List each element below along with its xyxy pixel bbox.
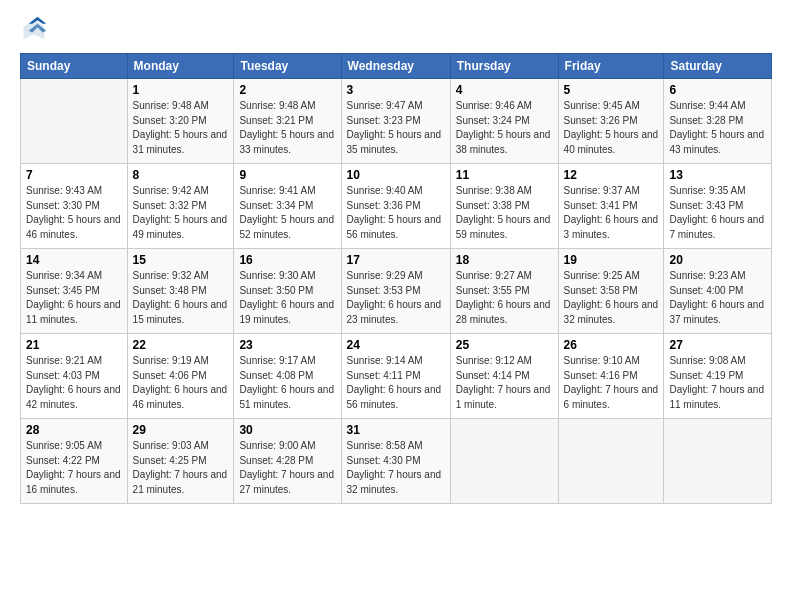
calendar-cell: 8Sunrise: 9:42 AMSunset: 3:32 PMDaylight… [127,164,234,249]
calendar-cell: 22Sunrise: 9:19 AMSunset: 4:06 PMDayligh… [127,334,234,419]
calendar-cell: 9Sunrise: 9:41 AMSunset: 3:34 PMDaylight… [234,164,341,249]
calendar-cell: 5Sunrise: 9:45 AMSunset: 3:26 PMDaylight… [558,79,664,164]
day-number: 19 [564,253,659,267]
day-info: Sunrise: 9:37 AMSunset: 3:41 PMDaylight:… [564,184,659,242]
calendar-cell: 20Sunrise: 9:23 AMSunset: 4:00 PMDayligh… [664,249,772,334]
header-friday: Friday [558,54,664,79]
day-number: 31 [347,423,445,437]
day-info: Sunrise: 9:23 AMSunset: 4:00 PMDaylight:… [669,269,766,327]
day-info: Sunrise: 9:08 AMSunset: 4:19 PMDaylight:… [669,354,766,412]
day-number: 26 [564,338,659,352]
calendar-table: SundayMondayTuesdayWednesdayThursdayFrid… [20,53,772,504]
calendar-cell [450,419,558,504]
logo-icon [20,15,48,43]
calendar-cell: 12Sunrise: 9:37 AMSunset: 3:41 PMDayligh… [558,164,664,249]
header-tuesday: Tuesday [234,54,341,79]
page-header [20,15,772,43]
calendar-cell: 17Sunrise: 9:29 AMSunset: 3:53 PMDayligh… [341,249,450,334]
day-info: Sunrise: 9:19 AMSunset: 4:06 PMDaylight:… [133,354,229,412]
day-number: 16 [239,253,335,267]
day-number: 21 [26,338,122,352]
header-thursday: Thursday [450,54,558,79]
day-number: 12 [564,168,659,182]
day-info: Sunrise: 9:48 AMSunset: 3:20 PMDaylight:… [133,99,229,157]
day-number: 25 [456,338,553,352]
day-number: 2 [239,83,335,97]
day-number: 6 [669,83,766,97]
calendar-cell: 10Sunrise: 9:40 AMSunset: 3:36 PMDayligh… [341,164,450,249]
day-number: 7 [26,168,122,182]
day-info: Sunrise: 9:00 AMSunset: 4:28 PMDaylight:… [239,439,335,497]
day-number: 17 [347,253,445,267]
day-number: 20 [669,253,766,267]
day-info: Sunrise: 9:12 AMSunset: 4:14 PMDaylight:… [456,354,553,412]
day-number: 10 [347,168,445,182]
calendar-cell [21,79,128,164]
calendar-cell: 1Sunrise: 9:48 AMSunset: 3:20 PMDaylight… [127,79,234,164]
day-info: Sunrise: 9:48 AMSunset: 3:21 PMDaylight:… [239,99,335,157]
day-number: 5 [564,83,659,97]
day-info: Sunrise: 9:25 AMSunset: 3:58 PMDaylight:… [564,269,659,327]
day-info: Sunrise: 9:35 AMSunset: 3:43 PMDaylight:… [669,184,766,242]
week-row-3: 21Sunrise: 9:21 AMSunset: 4:03 PMDayligh… [21,334,772,419]
calendar-cell: 25Sunrise: 9:12 AMSunset: 4:14 PMDayligh… [450,334,558,419]
calendar-cell: 27Sunrise: 9:08 AMSunset: 4:19 PMDayligh… [664,334,772,419]
header-wednesday: Wednesday [341,54,450,79]
day-info: Sunrise: 9:32 AMSunset: 3:48 PMDaylight:… [133,269,229,327]
calendar-cell: 16Sunrise: 9:30 AMSunset: 3:50 PMDayligh… [234,249,341,334]
day-info: Sunrise: 9:27 AMSunset: 3:55 PMDaylight:… [456,269,553,327]
calendar-cell: 14Sunrise: 9:34 AMSunset: 3:45 PMDayligh… [21,249,128,334]
header-sunday: Sunday [21,54,128,79]
day-info: Sunrise: 9:29 AMSunset: 3:53 PMDaylight:… [347,269,445,327]
calendar-cell: 6Sunrise: 9:44 AMSunset: 3:28 PMDaylight… [664,79,772,164]
calendar-cell: 19Sunrise: 9:25 AMSunset: 3:58 PMDayligh… [558,249,664,334]
calendar-cell [664,419,772,504]
day-info: Sunrise: 9:42 AMSunset: 3:32 PMDaylight:… [133,184,229,242]
calendar-cell: 23Sunrise: 9:17 AMSunset: 4:08 PMDayligh… [234,334,341,419]
week-row-1: 7Sunrise: 9:43 AMSunset: 3:30 PMDaylight… [21,164,772,249]
calendar-cell: 26Sunrise: 9:10 AMSunset: 4:16 PMDayligh… [558,334,664,419]
calendar-cell: 21Sunrise: 9:21 AMSunset: 4:03 PMDayligh… [21,334,128,419]
week-row-4: 28Sunrise: 9:05 AMSunset: 4:22 PMDayligh… [21,419,772,504]
header-monday: Monday [127,54,234,79]
calendar-cell: 7Sunrise: 9:43 AMSunset: 3:30 PMDaylight… [21,164,128,249]
calendar-cell: 30Sunrise: 9:00 AMSunset: 4:28 PMDayligh… [234,419,341,504]
day-number: 18 [456,253,553,267]
day-number: 30 [239,423,335,437]
day-info: Sunrise: 9:21 AMSunset: 4:03 PMDaylight:… [26,354,122,412]
day-number: 11 [456,168,553,182]
day-number: 1 [133,83,229,97]
day-info: Sunrise: 9:38 AMSunset: 3:38 PMDaylight:… [456,184,553,242]
day-info: Sunrise: 9:43 AMSunset: 3:30 PMDaylight:… [26,184,122,242]
day-number: 14 [26,253,122,267]
day-number: 13 [669,168,766,182]
calendar-cell: 18Sunrise: 9:27 AMSunset: 3:55 PMDayligh… [450,249,558,334]
calendar-cell: 29Sunrise: 9:03 AMSunset: 4:25 PMDayligh… [127,419,234,504]
day-info: Sunrise: 9:05 AMSunset: 4:22 PMDaylight:… [26,439,122,497]
day-number: 4 [456,83,553,97]
calendar-header-row: SundayMondayTuesdayWednesdayThursdayFrid… [21,54,772,79]
day-info: Sunrise: 9:44 AMSunset: 3:28 PMDaylight:… [669,99,766,157]
logo [20,15,52,43]
day-number: 3 [347,83,445,97]
day-number: 23 [239,338,335,352]
calendar-cell: 24Sunrise: 9:14 AMSunset: 4:11 PMDayligh… [341,334,450,419]
day-number: 15 [133,253,229,267]
day-info: Sunrise: 9:10 AMSunset: 4:16 PMDaylight:… [564,354,659,412]
day-info: Sunrise: 9:40 AMSunset: 3:36 PMDaylight:… [347,184,445,242]
day-info: Sunrise: 8:58 AMSunset: 4:30 PMDaylight:… [347,439,445,497]
calendar-cell: 4Sunrise: 9:46 AMSunset: 3:24 PMDaylight… [450,79,558,164]
header-saturday: Saturday [664,54,772,79]
day-info: Sunrise: 9:46 AMSunset: 3:24 PMDaylight:… [456,99,553,157]
day-number: 24 [347,338,445,352]
day-info: Sunrise: 9:14 AMSunset: 4:11 PMDaylight:… [347,354,445,412]
day-info: Sunrise: 9:41 AMSunset: 3:34 PMDaylight:… [239,184,335,242]
calendar-cell: 3Sunrise: 9:47 AMSunset: 3:23 PMDaylight… [341,79,450,164]
calendar-cell: 15Sunrise: 9:32 AMSunset: 3:48 PMDayligh… [127,249,234,334]
week-row-0: 1Sunrise: 9:48 AMSunset: 3:20 PMDaylight… [21,79,772,164]
day-info: Sunrise: 9:03 AMSunset: 4:25 PMDaylight:… [133,439,229,497]
calendar-cell: 28Sunrise: 9:05 AMSunset: 4:22 PMDayligh… [21,419,128,504]
calendar-cell: 13Sunrise: 9:35 AMSunset: 3:43 PMDayligh… [664,164,772,249]
day-info: Sunrise: 9:47 AMSunset: 3:23 PMDaylight:… [347,99,445,157]
day-number: 8 [133,168,229,182]
